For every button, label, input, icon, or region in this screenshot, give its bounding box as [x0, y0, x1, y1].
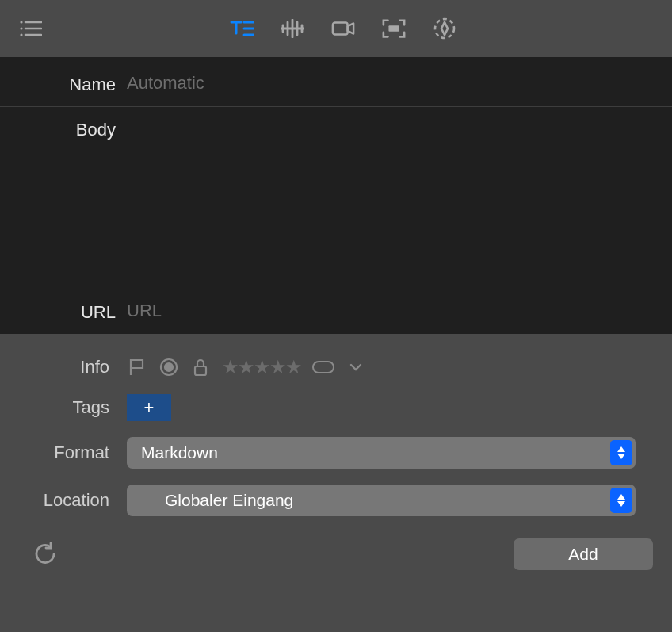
format-select[interactable]: Markdown [127, 437, 636, 469]
format-row: Format Markdown [0, 429, 672, 477]
capture-mode-icon[interactable] [382, 17, 406, 40]
svg-point-3 [20, 21, 22, 23]
lock-icon[interactable] [190, 357, 211, 377]
add-button[interactable]: Add [514, 538, 653, 570]
text-mode-icon[interactable] [230, 17, 254, 40]
name-input[interactable]: Automatic [127, 73, 672, 94]
svg-rect-17 [333, 23, 348, 35]
format-value: Markdown [141, 443, 218, 462]
svg-point-21 [165, 363, 173, 371]
format-label: Format [0, 442, 127, 463]
select-caret-icon [610, 440, 632, 465]
select-caret-icon [610, 488, 632, 513]
url-label: URL [0, 301, 127, 323]
location-row: Location Globaler Eingang [0, 477, 672, 524]
record-icon[interactable] [158, 357, 179, 377]
tags-row: Tags + [0, 386, 672, 429]
audio-mode-icon[interactable] [281, 17, 304, 40]
input-panel: Name Automatic Body URL URL [0, 57, 672, 334]
label-pill[interactable] [312, 361, 334, 373]
url-input[interactable]: URL [127, 301, 672, 321]
bottom-bar: Add [0, 524, 672, 584]
url-row: URL URL [0, 289, 672, 334]
body-label: Body [0, 118, 127, 140]
tags-label: Tags [0, 397, 127, 418]
list-icon[interactable] [19, 17, 43, 40]
chevron-down-icon[interactable] [346, 357, 366, 377]
svg-point-4 [20, 27, 22, 29]
info-row: Info ★★★★★ [0, 348, 672, 386]
footer-panel: Info ★★★★★ Tags + Format Ma [0, 334, 672, 584]
rating-stars[interactable]: ★★★★★ [222, 356, 301, 378]
svg-rect-22 [195, 366, 206, 375]
flag-icon[interactable] [127, 357, 147, 377]
refresh-icon[interactable] [32, 541, 59, 568]
svg-rect-18 [388, 25, 399, 32]
location-select[interactable]: Globaler Eingang [127, 485, 636, 516]
name-label: Name [0, 73, 127, 95]
toolbar [0, 0, 672, 57]
name-row: Name Automatic [0, 57, 672, 106]
compass-icon[interactable] [433, 17, 456, 40]
add-tag-button[interactable]: + [127, 394, 171, 421]
svg-point-5 [20, 33, 22, 36]
location-value: Globaler Eingang [165, 491, 293, 510]
info-label: Info [0, 357, 127, 377]
body-row: Body [0, 106, 672, 289]
video-mode-icon[interactable] [331, 17, 355, 40]
location-label: Location [0, 490, 127, 511]
